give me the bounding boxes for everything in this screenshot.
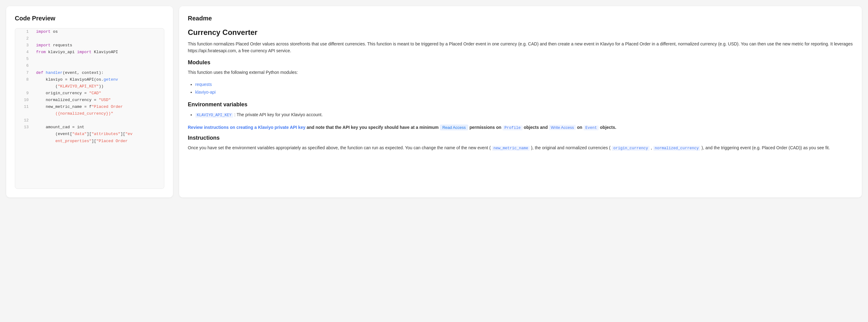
readme-modules-intro: This function uses the following externa… [188, 69, 853, 76]
readme-panel: Readme Currency Converter This function … [179, 6, 862, 198]
requests-link[interactable]: requests [195, 82, 212, 87]
readme-env-heading: Environment variables [188, 101, 853, 108]
access-line: Review instructions on creating a Klaviy… [188, 124, 853, 131]
new-metric-name-code: new_metric_name [492, 146, 530, 151]
readme-section-access: Review instructions on creating a Klaviy… [188, 124, 853, 131]
code-line-2: 2 [15, 35, 164, 42]
readme-section-instructions: Instructions Once you have set the envir… [188, 135, 853, 151]
code-line-12: 12 [15, 117, 164, 124]
readme-section-env: Environment variables KLAVIYO_API_KEY : … [188, 101, 853, 119]
code-line-6: 6 [15, 62, 164, 69]
code-line-11: 11 new_metric_name = f"Placed Order ({no… [15, 104, 164, 117]
code-line-3: 3 import requests [15, 42, 164, 49]
code-line-9: 9 origin_currency = "CAD" [15, 90, 164, 97]
readme-h1: Currency Converter [188, 28, 853, 37]
env-var-description: : The private API key for your Klaviyo a… [234, 112, 322, 117]
readme-instructions-heading: Instructions [188, 135, 853, 141]
code-line-13: 13 amount_cad = int (event["data"]["attr… [15, 124, 164, 144]
code-container[interactable]: 1 import os 2 3 import requests 4 from k… [15, 28, 164, 189]
permissions-on-text: permissions on [469, 125, 503, 130]
origin-currency-code: origin_currency [612, 146, 650, 151]
list-item: requests [195, 81, 853, 88]
env-var-name: KLAVIYO_API_KEY [195, 113, 233, 118]
code-panel: Code Preview 1 import os 2 3 import requ… [6, 6, 173, 198]
api-key-instructions-link[interactable]: Review instructions on creating a Klaviy… [188, 125, 306, 130]
readme-section-intro: Currency Converter This function normali… [188, 28, 853, 54]
list-item: KLAVIYO_API_KEY : The private API key fo… [195, 111, 853, 119]
code-line-8: 8 klaviyo = KlaviyoAPI(os.getenv ("KLAVI… [15, 76, 164, 90]
profile-badge: Profile [503, 125, 523, 130]
objects-and-text: objects and [524, 125, 549, 130]
code-line-7: 7 def handler(event, context): [15, 69, 164, 76]
readme-instructions-text: Once you have set the environment variab… [188, 144, 853, 151]
readme-modules-heading: Modules [188, 59, 853, 66]
klaviyo-api-link[interactable]: klaviyo-api [195, 90, 216, 94]
readme-env-list: KLAVIYO_API_KEY : The private API key fo… [188, 111, 853, 119]
objects-text: objects. [600, 125, 616, 130]
code-line-4: 4 from klaviyo_api import KlaviyoAPI [15, 49, 164, 56]
on-text: on [577, 125, 584, 130]
access-bold-text: and note that the API key you specify sh… [307, 125, 440, 130]
readme-panel-title: Readme [188, 15, 853, 22]
code-line-5: 5 [15, 56, 164, 62]
event-badge: Event [584, 125, 599, 130]
code-panel-title: Code Preview [15, 15, 164, 22]
readme-description: This function normalizes Placed Order va… [188, 40, 853, 54]
main-container: Code Preview 1 import os 2 3 import requ… [6, 6, 862, 198]
readme-section-modules: Modules This function uses the following… [188, 59, 853, 96]
read-access-badge: Read Access [440, 124, 468, 130]
list-item: klaviyo-api [195, 88, 853, 96]
readme-modules-list: requests klaviyo-api [188, 81, 853, 96]
normalized-currency-code: normalized_currency [653, 146, 701, 151]
code-line-10: 10 normalized_currency = "USD" [15, 97, 164, 104]
code-table: 1 import os 2 3 import requests 4 from k… [15, 28, 164, 145]
code-line-1: 1 import os [15, 28, 164, 35]
write-access-badge: Write Access [549, 125, 576, 130]
